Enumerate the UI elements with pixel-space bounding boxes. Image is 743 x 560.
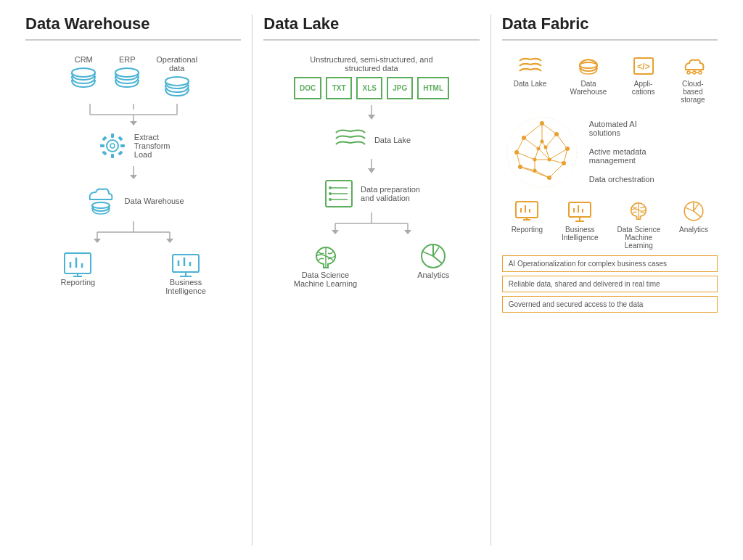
dw-reporting-icon <box>62 250 94 278</box>
dl-prep-icon <box>323 179 355 208</box>
svg-rect-28 <box>65 253 91 273</box>
dw-source-erp-label: ERP <box>119 55 136 64</box>
df-features: Automated AIsolutions Active metadataman… <box>589 112 654 184</box>
df-source-warehouse-label: DataWarehouse <box>570 80 607 96</box>
svg-point-101 <box>533 158 536 162</box>
svg-point-104 <box>533 169 536 173</box>
df-bi-icon <box>567 199 593 223</box>
dl-connector-bottom <box>263 213 479 234</box>
svg-point-100 <box>518 165 522 169</box>
column-data-fabric: Data Fabric Data Lake Dat <box>491 15 728 545</box>
svg-rect-17 <box>102 150 107 155</box>
svg-point-99 <box>565 147 570 151</box>
svg-point-93 <box>522 136 526 140</box>
svg-point-97 <box>536 147 540 151</box>
svg-rect-16 <box>118 136 123 141</box>
svg-line-73 <box>524 138 538 149</box>
df-lake-icon <box>517 55 543 77</box>
svg-line-74 <box>557 134 567 149</box>
dl-output-analytics: Analytics <box>417 242 449 288</box>
df-output-bi-label: BusinessIntelligence <box>562 226 599 242</box>
dw-output-bi: BusinessIntelligence <box>165 250 206 295</box>
dw-output-reporting-label: Reporting <box>60 278 95 287</box>
svg-point-65 <box>699 71 702 74</box>
dl-ml-icon <box>309 242 342 271</box>
svg-point-92 <box>540 121 544 125</box>
svg-line-72 <box>517 138 524 152</box>
df-warehouse-icon <box>575 55 602 77</box>
df-source-apps: </> Appli-cations <box>631 55 657 104</box>
df-source-apps-label: Appli-cations <box>632 80 655 96</box>
svg-marker-8 <box>130 121 137 125</box>
dw-sources: CRM ERP Operationaldata <box>25 55 241 100</box>
dw-etl-label: ExtractTransformLoad <box>134 133 171 159</box>
df-source-cloud-label: Cloud-basedstorage <box>681 80 705 104</box>
svg-point-94 <box>554 132 559 136</box>
dl-file-jpg: JPG <box>387 77 413 99</box>
dl-file-types: DOC TXT XLS JPG HTML <box>263 77 479 99</box>
svg-marker-20 <box>130 175 137 179</box>
dl-analytics-icon <box>417 242 449 271</box>
df-output-analytics-label: Analytics <box>679 226 708 234</box>
svg-point-63 <box>687 71 690 74</box>
dw-database-icon-crm <box>69 67 98 91</box>
dw-warehouse-row: Data Warehouse <box>25 185 241 217</box>
svg-marker-57 <box>404 230 411 234</box>
svg-point-103 <box>562 161 566 165</box>
dl-arrow1 <box>263 105 479 121</box>
df-output-ml: Data ScienceMachineLearning <box>617 199 660 250</box>
svg-point-102 <box>547 158 551 162</box>
df-output-bi: BusinessIntelligence <box>562 199 599 250</box>
df-source-warehouse: DataWarehouse <box>570 55 607 104</box>
svg-rect-18 <box>118 150 123 155</box>
svg-text:</>: </> <box>637 62 649 72</box>
df-box-1: AI Operationalization for complex busine… <box>502 255 718 272</box>
dw-title: Data Warehouse <box>25 15 241 41</box>
df-sphere-icon <box>502 112 582 192</box>
dw-output-reporting: Reporting <box>60 250 95 295</box>
svg-point-49 <box>329 192 332 195</box>
svg-point-98 <box>543 146 547 149</box>
dw-connector-top <box>25 104 241 125</box>
svg-marker-42 <box>368 115 375 120</box>
svg-line-79 <box>517 152 535 160</box>
df-box-3: Governed and secured access to the data <box>502 296 718 313</box>
dw-connector-bottom <box>25 221 241 243</box>
svg-rect-14 <box>120 144 125 147</box>
svg-rect-15 <box>102 136 107 141</box>
dw-bottom-lines-svg <box>75 221 192 243</box>
column-data-lake: Data Lake Unstructured, semi-structured,… <box>253 15 490 545</box>
dw-source-operational-label: Operationaldata <box>156 55 197 73</box>
svg-point-21 <box>92 202 110 208</box>
dl-prep-row: Data preparationand validation <box>263 179 479 208</box>
df-feature-ai: Automated AIsolutions <box>589 120 654 137</box>
column-data-warehouse: Data Warehouse CRM ERP <box>15 15 253 545</box>
dw-arrow1-svg <box>126 166 141 181</box>
dl-lake-icon <box>332 125 369 155</box>
svg-rect-13 <box>100 144 104 147</box>
svg-point-96 <box>514 150 519 155</box>
df-apps-icon: </> <box>631 55 657 77</box>
dw-warehouse-label: Data Warehouse <box>125 197 184 205</box>
dw-source-operational: Operationaldata <box>156 55 197 100</box>
svg-point-95 <box>540 140 543 144</box>
dw-bi-icon <box>170 250 202 278</box>
df-output-reporting: Reporting <box>512 199 543 250</box>
dl-lake-label: Data Lake <box>374 136 411 144</box>
dl-source-label: Unstructured, semi-structured, andstruct… <box>263 55 479 73</box>
svg-line-90 <box>549 163 564 178</box>
main-container: Data Warehouse CRM ERP <box>0 0 743 560</box>
df-cloud-icon <box>680 55 706 77</box>
svg-line-75 <box>546 134 557 147</box>
svg-point-105 <box>547 176 551 180</box>
df-source-cloud: Cloud-basedstorage <box>680 55 706 104</box>
dw-source-erp: ERP <box>112 55 141 100</box>
dw-output-bi-label: BusinessIntelligence <box>165 278 206 295</box>
svg-point-2 <box>165 77 189 86</box>
svg-point-64 <box>693 71 696 74</box>
df-source-datalake: Data Lake <box>514 55 547 104</box>
df-feature-metadata: Active metadatamanagement <box>589 147 654 165</box>
dl-prep-label: Data preparationand validation <box>361 185 420 202</box>
dl-file-html: HTML <box>417 77 449 99</box>
dl-lake-row: Data Lake <box>263 125 479 155</box>
